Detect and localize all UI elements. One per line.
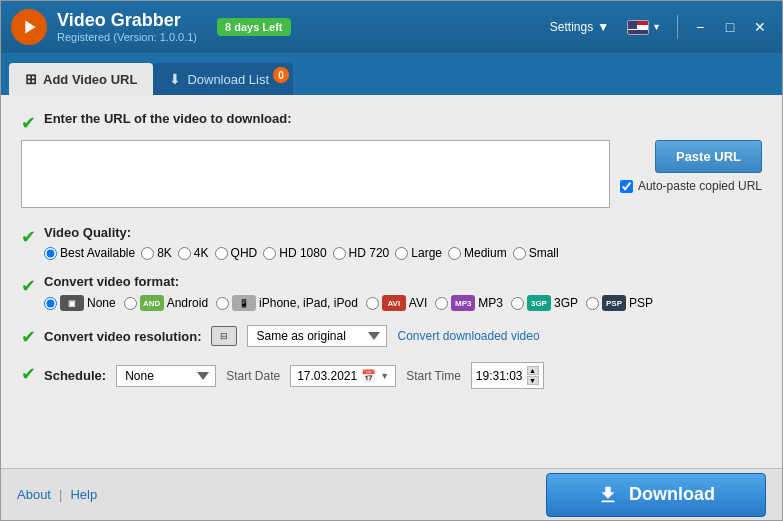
- quality-radio-4k[interactable]: [178, 247, 191, 260]
- convert-downloaded-link[interactable]: Convert downloaded video: [397, 329, 539, 343]
- start-date-input[interactable]: 17.03.2021 📅 ▼: [290, 365, 396, 387]
- format-option-iphone[interactable]: 📱 iPhone, iPad, iPod: [216, 295, 358, 311]
- date-value: 17.03.2021: [297, 369, 357, 383]
- title-separator: [677, 15, 678, 39]
- time-spin-down[interactable]: ▼: [527, 376, 539, 385]
- schedule-section: ✔ Schedule: None Start Date 17.03.2021 📅…: [21, 362, 762, 389]
- quality-label-hd720: HD 720: [349, 246, 390, 260]
- tab-add-video-url[interactable]: ⊞ Add Video URL: [9, 63, 153, 95]
- time-spinner: ▲ ▼: [527, 366, 539, 385]
- quality-option-hd720[interactable]: HD 720: [333, 246, 390, 260]
- quality-radio-hd1080[interactable]: [263, 247, 276, 260]
- tab-add-url-label: Add Video URL: [43, 72, 137, 87]
- iphone-format-icon: 📱: [232, 295, 256, 311]
- quality-option-large[interactable]: Large: [395, 246, 442, 260]
- quality-label-medium: Medium: [464, 246, 507, 260]
- app-logo: [11, 9, 47, 45]
- format-label-iphone: iPhone, iPad, iPod: [259, 296, 358, 310]
- bottom-bar: About | Help Download: [1, 468, 782, 520]
- trial-badge: 8 days Left: [217, 18, 290, 36]
- paste-url-button[interactable]: Paste URL: [655, 140, 762, 173]
- quality-label-best: Best Available: [60, 246, 135, 260]
- quality-radio-small[interactable]: [513, 247, 526, 260]
- quality-label-small: Small: [529, 246, 559, 260]
- quality-label-qhd: QHD: [231, 246, 258, 260]
- close-button[interactable]: ✕: [748, 15, 772, 39]
- quality-radio-medium[interactable]: [448, 247, 461, 260]
- format-radio-iphone[interactable]: [216, 297, 229, 310]
- format-option-psp[interactable]: PSP PSP: [586, 295, 653, 311]
- quality-option-qhd[interactable]: QHD: [215, 246, 258, 260]
- format-option-mp3[interactable]: MP3 MP3: [435, 295, 503, 311]
- about-link[interactable]: About: [17, 487, 51, 502]
- app-window: Video Grabber Registered (Version: 1.0.0…: [0, 0, 783, 521]
- quality-radio-qhd[interactable]: [215, 247, 228, 260]
- format-radio-android[interactable]: [124, 297, 137, 310]
- url-section-label: Enter the URL of the video to download:: [44, 111, 291, 126]
- help-link[interactable]: Help: [70, 487, 97, 502]
- schedule-select[interactable]: None: [116, 365, 216, 387]
- start-time-input[interactable]: 19:31:03 ▲ ▼: [471, 362, 544, 389]
- quality-label: Video Quality:: [44, 225, 131, 240]
- quality-option-8k[interactable]: 8K: [141, 246, 172, 260]
- format-label-psp: PSP: [629, 296, 653, 310]
- format-radio-psp[interactable]: [586, 297, 599, 310]
- quality-label-large: Large: [411, 246, 442, 260]
- download-list-badge: 0: [273, 67, 289, 83]
- psp-format-icon: PSP: [602, 295, 626, 311]
- quality-option-4k[interactable]: 4K: [178, 246, 209, 260]
- language-button[interactable]: ▼: [621, 16, 667, 39]
- resolution-check-icon: ✔: [21, 326, 36, 348]
- format-option-none[interactable]: ▣ None: [44, 295, 116, 311]
- tab-download-list[interactable]: ⬇ Download List 0: [153, 63, 293, 95]
- maximize-button[interactable]: □: [718, 15, 742, 39]
- resolution-select[interactable]: Same as original: [247, 325, 387, 347]
- format-option-avi[interactable]: AVI AVI: [366, 295, 427, 311]
- settings-button[interactable]: Settings ▼: [544, 16, 615, 38]
- auto-paste-text: Auto-paste copied URL: [638, 179, 762, 193]
- url-label-row: ✔ Enter the URL of the video to download…: [21, 111, 762, 134]
- format-radio-avi[interactable]: [366, 297, 379, 310]
- format-label-none: None: [87, 296, 116, 310]
- auto-paste-checkbox[interactable]: [620, 180, 633, 193]
- quality-radio-large[interactable]: [395, 247, 408, 260]
- quality-options-row: Best Available 8K 4K QHD: [44, 246, 559, 260]
- mp3-format-icon: MP3: [451, 295, 475, 311]
- settings-chevron-icon: ▼: [597, 20, 609, 34]
- download-icon: [597, 484, 619, 506]
- schedule-label: Schedule:: [44, 368, 106, 383]
- resolution-icon: ⊟: [211, 326, 237, 346]
- quality-radio-8k[interactable]: [141, 247, 154, 260]
- resolution-section: ✔ Convert video resolution: ⊟ Same as or…: [21, 325, 762, 348]
- calendar-icon[interactable]: 📅: [361, 369, 376, 383]
- auto-paste-label[interactable]: Auto-paste copied URL: [620, 179, 762, 193]
- format-radio-mp3[interactable]: [435, 297, 448, 310]
- format-label: Convert video format:: [44, 274, 179, 289]
- download-list-tab-icon: ⬇: [169, 71, 181, 87]
- quality-content: Video Quality: Best Available 8K 4K: [44, 225, 559, 260]
- quality-option-medium[interactable]: Medium: [448, 246, 507, 260]
- format-radio-3gp[interactable]: [511, 297, 524, 310]
- time-spin-up[interactable]: ▲: [527, 366, 539, 375]
- download-button[interactable]: Download: [546, 473, 766, 517]
- lang-chevron-icon: ▼: [652, 22, 661, 32]
- quality-radio-best[interactable]: [44, 247, 57, 260]
- quality-label-hd1080: HD 1080: [279, 246, 326, 260]
- paste-section: Paste URL Auto-paste copied URL: [620, 140, 762, 193]
- none-format-icon: ▣: [60, 295, 84, 311]
- url-input[interactable]: [21, 140, 610, 208]
- url-check-icon: ✔: [21, 112, 36, 134]
- format-label-avi: AVI: [409, 296, 427, 310]
- app-title: Video Grabber: [57, 11, 197, 31]
- quality-option-small[interactable]: Small: [513, 246, 559, 260]
- quality-radio-hd720[interactable]: [333, 247, 346, 260]
- title-controls: Settings ▼ ▼ − □ ✕: [544, 15, 772, 39]
- date-dropdown-icon: ▼: [380, 371, 389, 381]
- quality-option-best[interactable]: Best Available: [44, 246, 135, 260]
- format-radio-none[interactable]: [44, 297, 57, 310]
- format-option-android[interactable]: AND Android: [124, 295, 208, 311]
- format-option-3gp[interactable]: 3GP 3GP: [511, 295, 578, 311]
- flag-icon: [627, 20, 649, 35]
- quality-option-hd1080[interactable]: HD 1080: [263, 246, 326, 260]
- minimize-button[interactable]: −: [688, 15, 712, 39]
